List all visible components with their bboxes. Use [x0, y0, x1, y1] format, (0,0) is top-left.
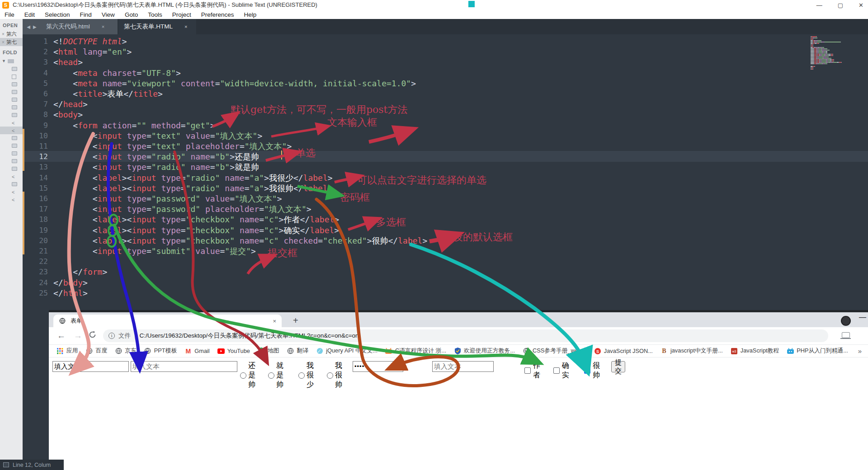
radio-circle-icon[interactable] — [240, 372, 246, 379]
tree-item[interactable] — [0, 80, 23, 88]
editor-tab[interactable]: 第六天代码.html× — [41, 19, 118, 34]
menu-item-edit[interactable]: Edit — [24, 11, 35, 18]
menu-item-help[interactable]: Help — [244, 11, 257, 18]
bookmark-item[interactable]: SJavaScript JSON... — [594, 348, 653, 355]
editor-tabbar: ◀ ▶ 第六天代码.html×第七天表单.HTML× — [23, 19, 868, 34]
bookmark-item[interactable]: PHP从入门到精通... — [787, 347, 848, 355]
tree-item[interactable]: < — [0, 196, 23, 203]
folder-item[interactable]: ▼ — [0, 57, 23, 65]
code-text: <input type="text" value="填入文本"> — [53, 131, 262, 141]
w3-icon: w3 — [731, 348, 738, 355]
bookmark-item[interactable]: 欢迎使用正方教务... — [454, 347, 515, 355]
url-bar[interactable]: i 文件 | C:/Users/19632/Desktop/今日头条案例代码/第… — [103, 329, 828, 342]
menu-item-tools[interactable]: Tools — [148, 11, 162, 18]
menu-item-file[interactable]: File — [5, 11, 14, 18]
form-submit-button[interactable]: 提交 — [611, 361, 625, 372]
browser-avatar[interactable] — [841, 316, 851, 326]
bookmark-item[interactable]: C语言程序设计 浙... — [385, 347, 446, 355]
radio-circle-icon[interactable] — [298, 372, 305, 379]
tree-item[interactable] — [0, 142, 23, 150]
form-radio[interactable]: 还是帅 — [240, 361, 255, 390]
form-checkbox[interactable]: 确实 — [553, 361, 569, 380]
close-button[interactable]: ✕ — [859, 2, 863, 9]
bookmark-item[interactable]: 京东 — [115, 347, 137, 355]
form-password-input[interactable]: •••• — [353, 361, 403, 372]
browser-tab[interactable]: 表单 × — [53, 315, 282, 327]
minimize-button[interactable]: — — [816, 2, 822, 9]
tree-item[interactable] — [0, 165, 23, 173]
tree-item[interactable] — [0, 134, 23, 142]
open-file-item[interactable]: ×第六 — [0, 30, 23, 38]
browser-minimize-button[interactable]: — — [859, 313, 866, 321]
menu-item-find[interactable]: Find — [80, 11, 92, 18]
tree-item[interactable] — [0, 157, 23, 165]
new-tab-button[interactable]: + — [293, 315, 298, 326]
line-number: 5 — [23, 78, 48, 89]
tab-scroll-left-icon[interactable]: ◀ — [27, 24, 30, 29]
bookmark-item[interactable]: 百度 — [86, 347, 108, 355]
form-radio[interactable]: 就是帅 — [268, 361, 283, 390]
tab-scroll-right-icon[interactable]: ▶ — [33, 24, 37, 29]
tree-item[interactable]: < — [0, 119, 23, 127]
checkbox-icon[interactable] — [524, 367, 531, 374]
page-info-icon[interactable]: i — [108, 333, 115, 339]
code-line: 18 <label><input type="checkbox" name="c… — [23, 214, 836, 225]
sidebar-toggle-icon[interactable] — [3, 462, 9, 467]
file-close-icon[interactable]: × — [2, 32, 5, 37]
editor-tab[interactable]: 第七天表单.HTML× — [118, 19, 196, 34]
reload-icon[interactable] — [89, 331, 96, 341]
form-radio[interactable]: 我很少 — [298, 361, 314, 390]
bookmark-item[interactable]: 翻译 — [287, 347, 309, 355]
file-close-icon[interactable]: × — [2, 40, 5, 45]
code-text: <head> — [53, 57, 83, 67]
bookmark-item[interactable]: CSS参考手册_web... — [523, 347, 586, 355]
bookmark-item[interactable]: YouTube — [217, 348, 250, 355]
menu-item-goto[interactable]: Goto — [125, 11, 138, 18]
checkbox-icon[interactable]: ✓ — [584, 367, 590, 374]
radio-circle-icon[interactable] — [327, 372, 333, 379]
bookmark-item[interactable]: 地图 — [258, 347, 279, 355]
bookmark-item[interactable]: Bjavascript中文手册... — [660, 347, 723, 355]
tree-item[interactable]: < — [0, 127, 23, 134]
tab-scroll-arrows[interactable]: ◀ ▶ — [23, 19, 41, 34]
forward-icon[interactable]: → — [74, 331, 82, 341]
bookmark-item[interactable]: w3JavaScript教程 — [731, 347, 779, 355]
form-radio[interactable]: 我很帅 — [327, 361, 342, 390]
form-checkbox[interactable]: ✓很帅 — [584, 361, 600, 380]
tree-item[interactable] — [0, 103, 23, 111]
send-to-device-icon[interactable] — [842, 332, 850, 338]
open-file-item[interactable]: ×第七 — [0, 38, 23, 46]
minimap[interactable] — [811, 36, 854, 70]
form-password-input-placeholder[interactable]: 填入文本 — [432, 361, 494, 372]
tree-item[interactable] — [0, 65, 23, 73]
tree-item[interactable] — [0, 111, 23, 119]
back-icon[interactable]: ← — [57, 331, 66, 341]
bookmark-item[interactable]: PPT模板 — [144, 347, 177, 355]
tree-item[interactable] — [0, 150, 23, 157]
menu-item-project[interactable]: Project — [172, 11, 191, 18]
tree-item[interactable] — [0, 73, 23, 80]
tab-close-icon[interactable]: × — [102, 24, 104, 29]
tab-close-icon[interactable]: × — [184, 24, 187, 29]
form-text-input[interactable]: 填入文本 — [52, 361, 129, 372]
bookmarks-overflow-icon[interactable]: » — [858, 347, 862, 355]
tree-item[interactable] — [0, 88, 23, 96]
bookmark-item[interactable]: 应用 — [57, 347, 78, 355]
maximize-button[interactable]: ▢ — [838, 2, 843, 9]
menu-item-preferences[interactable]: Preferences — [201, 11, 234, 18]
tree-item[interactable] — [0, 96, 23, 103]
tab-close-icon[interactable]: × — [273, 318, 276, 324]
bookmark-item[interactable]: jQuery API 中文文... — [316, 347, 377, 355]
tree-item[interactable] — [0, 180, 23, 188]
line-number: 19 — [23, 225, 48, 235]
tree-item[interactable]: < — [0, 188, 23, 196]
folder-expand-arrow-icon[interactable]: ▼ — [2, 59, 6, 63]
form-text-input-placeholder[interactable]: 填入文本 — [131, 361, 237, 372]
tree-item[interactable]: < — [0, 173, 23, 180]
menu-item-selection[interactable]: Selection — [45, 11, 70, 18]
radio-circle-icon[interactable] — [268, 372, 274, 379]
menu-item-view[interactable]: View — [102, 11, 115, 18]
checkbox-icon[interactable] — [553, 367, 560, 374]
bookmark-item[interactable]: MGmail — [184, 348, 209, 355]
form-checkbox[interactable]: 作者 — [524, 361, 540, 380]
